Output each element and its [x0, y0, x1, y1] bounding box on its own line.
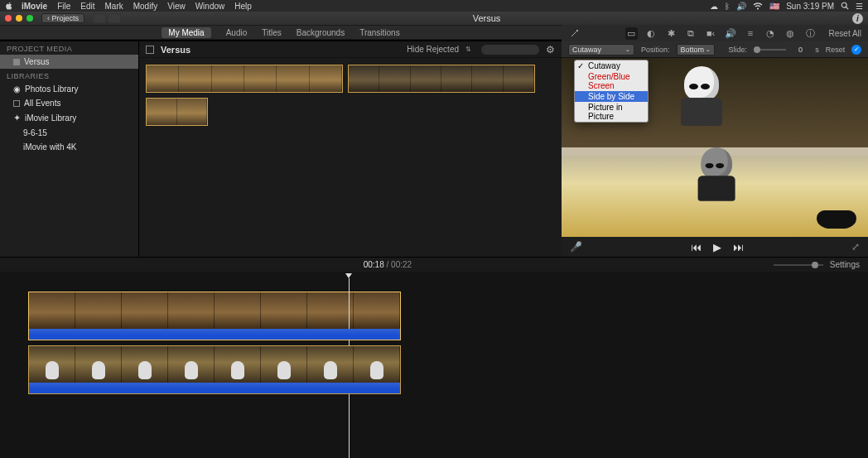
- clock[interactable]: Sun 3:19 PM: [786, 2, 834, 11]
- media-clip-3[interactable]: [146, 98, 208, 126]
- download-button[interactable]: [108, 13, 121, 23]
- tab-backgrounds[interactable]: Backgrounds: [297, 28, 345, 37]
- zoom-window-icon[interactable]: [27, 15, 33, 22]
- app-menu[interactable]: iMovie: [22, 2, 47, 11]
- photos-label: Photos Library: [25, 84, 78, 94]
- menu-file[interactable]: File: [57, 2, 70, 11]
- notification-center-icon[interactable]: ☰: [856, 2, 863, 11]
- clip-filter-icon[interactable]: ◍: [784, 27, 797, 40]
- overlay-mode-menu: Cutaway Green/Blue Screen Side by Side P…: [574, 60, 649, 123]
- overlay-mode-dropdown[interactable]: Cutaway ⌄ Cutaway Green/Blue Screen Side…: [568, 44, 634, 55]
- spotlight-icon[interactable]: [841, 2, 849, 10]
- timeline-header: 00:18 / 00:22 Settings: [0, 257, 868, 272]
- info-button[interactable]: i: [852, 13, 863, 24]
- viewer-bottom-clip: [562, 147, 868, 237]
- menu-help[interactable]: Help: [234, 2, 252, 11]
- menu-modify[interactable]: Modify: [133, 2, 157, 11]
- timeline-clip-overlay[interactable]: [29, 292, 400, 329]
- reset-button[interactable]: Reset: [826, 46, 846, 54]
- menu-edit[interactable]: Edit: [80, 2, 94, 11]
- menu-window[interactable]: Window: [195, 2, 225, 11]
- sort-arrows-icon[interactable]: ⇅: [465, 46, 471, 53]
- fullscreen-icon[interactable]: ⤢: [851, 241, 860, 253]
- sidebar-item-event-2[interactable]: iMovie with 4K: [0, 140, 138, 154]
- position-dropdown[interactable]: Bottom ⌄: [677, 44, 716, 55]
- menu-mark[interactable]: Mark: [104, 2, 123, 11]
- stabilization-icon[interactable]: ■‹: [705, 27, 717, 40]
- video-overlay-settings-icon[interactable]: ▭: [625, 27, 638, 40]
- menu-item-pip[interactable]: Picture in Picture: [575, 102, 648, 122]
- timeline-settings-button[interactable]: Settings: [830, 260, 860, 269]
- window-controls[interactable]: [5, 15, 33, 22]
- slide-slider[interactable]: [754, 49, 786, 51]
- media-clip-1[interactable]: [146, 65, 343, 93]
- media-clip-2[interactable]: 26.0s: [348, 65, 535, 93]
- color-correction-icon[interactable]: ✱: [665, 27, 678, 40]
- prev-frame-button[interactable]: ⏮: [691, 241, 702, 253]
- noise-reduction-icon[interactable]: ≡: [745, 27, 757, 40]
- reset-all-button[interactable]: Reset All: [829, 29, 861, 38]
- cloud-icon[interactable]: ☁︎: [710, 2, 718, 11]
- inspector-toolbar: ▭ ◐ ✱ ⧉ ■‹ 🔊 ≡ ◔ ◍ ⓘ Reset All: [562, 25, 868, 41]
- figure-stormtrooper: [678, 66, 727, 133]
- timeline-clip-primary[interactable]: [29, 346, 400, 383]
- voiceover-mic-icon[interactable]: 🎤: [570, 241, 582, 253]
- menu-item-side-by-side[interactable]: Side by Side: [575, 91, 648, 102]
- next-frame-button[interactable]: ⏭: [733, 241, 744, 253]
- bluetooth-icon[interactable]: ᛒ: [725, 2, 730, 11]
- position-value: Bottom: [681, 46, 705, 54]
- slide-label: Slide:: [728, 46, 747, 54]
- event-1-label: 9-6-15: [23, 128, 47, 137]
- timeline-zoom-slider[interactable]: [774, 264, 823, 266]
- sidebar-item-imovie-library[interactable]: ✦ iMovie Library: [0, 110, 138, 126]
- sidebar-item-photos[interactable]: ◉ Photos Library: [0, 82, 138, 96]
- sidebar-item-project[interactable]: Versus: [0, 55, 138, 69]
- svg-point-0: [841, 2, 846, 7]
- sidebar-item-event-1[interactable]: 9-6-15: [0, 126, 138, 140]
- tab-titles[interactable]: Titles: [262, 28, 282, 37]
- auto-enhance-icon[interactable]: [568, 27, 581, 40]
- crop-icon[interactable]: ⧉: [685, 27, 697, 40]
- overlay-settings-row: Cutaway ⌄ Cutaway Green/Blue Screen Side…: [562, 41, 868, 58]
- chevron-down-icon: ⌄: [625, 46, 630, 53]
- section-project-media: PROJECT MEDIA: [0, 41, 138, 55]
- browser-settings-icon[interactable]: ⚙: [546, 44, 555, 55]
- project-name: Versus: [24, 57, 50, 66]
- list-view-toggle[interactable]: [146, 46, 154, 54]
- tab-transitions[interactable]: Transitions: [359, 28, 400, 37]
- volume-icon[interactable]: 🔊: [736, 2, 746, 11]
- menu-item-cutaway[interactable]: Cutaway: [575, 60, 648, 71]
- window-toolbar: ‹ Projects Versus i: [0, 12, 868, 25]
- volume-adjust-icon[interactable]: 🔊: [725, 27, 737, 40]
- close-window-icon[interactable]: [5, 15, 12, 22]
- window-title: Versus: [121, 13, 852, 23]
- wifi-icon[interactable]: [753, 2, 763, 10]
- slide-unit: s: [815, 46, 819, 54]
- play-button[interactable]: ▶: [713, 241, 721, 253]
- clip-info-icon[interactable]: ⓘ: [804, 27, 817, 40]
- import-media-button[interactable]: [93, 13, 106, 23]
- projects-back-button[interactable]: ‹ Projects: [41, 13, 84, 23]
- menu-item-green-blue[interactable]: Green/Blue Screen: [575, 71, 648, 91]
- tab-audio[interactable]: Audio: [226, 28, 248, 37]
- sidebar-item-all-events[interactable]: All Events: [0, 96, 138, 110]
- chevron-left-icon: ‹: [47, 14, 50, 22]
- apply-check-icon[interactable]: ✓: [851, 45, 861, 55]
- viewer-panel: Cutaway ⌄ Cutaway Green/Blue Screen Side…: [562, 41, 868, 257]
- search-input[interactable]: [481, 45, 539, 55]
- speed-icon[interactable]: ◔: [764, 27, 777, 40]
- timeline-clip-overlay-audio[interactable]: [28, 329, 401, 340]
- minimize-window-icon[interactable]: [16, 15, 22, 22]
- hide-rejected-dropdown[interactable]: Hide Rejected: [407, 45, 459, 54]
- all-events-label: All Events: [24, 99, 60, 108]
- menu-view[interactable]: View: [167, 2, 186, 11]
- timeline[interactable]: [0, 272, 868, 458]
- library-icon: ✦: [13, 113, 21, 123]
- tab-my-media[interactable]: My Media: [162, 27, 210, 38]
- figure-dark-trooper: [695, 147, 740, 207]
- color-balance-icon[interactable]: ◐: [645, 27, 658, 40]
- flag-icon[interactable]: 🇺🇸: [769, 2, 779, 11]
- apple-menu-icon[interactable]: [5, 2, 13, 10]
- project-icon: [13, 59, 20, 65]
- timeline-clip-primary-audio[interactable]: [28, 383, 401, 394]
